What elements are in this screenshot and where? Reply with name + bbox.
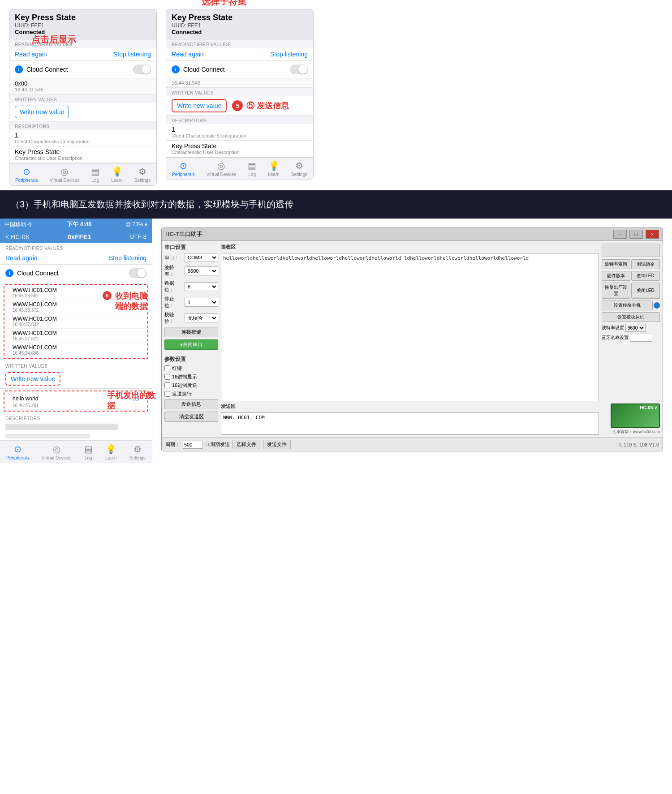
top-left-nav-log[interactable]: ▤ Log [91,166,99,183]
pc-send-label: 发送区 [221,403,599,410]
top-right-nav-peripherals-label: Peripherals [172,172,195,177]
pc-test-cmd-btn[interactable]: 测试指令 [631,259,660,269]
annotation-received-label: 6 收到电脑端的数据 [103,291,156,312]
pc-baud-select[interactable]: 9600 [185,266,218,275]
pc-bottom-bar: 周期： □ 周期发送 选择文件 发送文件 R: 110 S: 108 V1.0 [162,438,663,451]
top-left-nav-virtual[interactable]: ◎ Virtual Devices [50,166,80,183]
pc-close-btn[interactable]: × [646,230,659,239]
top-left-read-row: Read again Stop listening [9,48,156,61]
pc-blue-dot [654,302,660,309]
pc-firmware-btn[interactable]: 固件版本 [602,271,630,281]
pc-chk-newline[interactable] [164,391,170,397]
pc-chk-hex-send[interactable] [164,382,170,388]
pc-com-select[interactable]: COM3 [185,253,218,262]
pc-set-slave-btn[interactable]: 设置模块从机 [602,312,660,322]
top-right-stop-listening-btn[interactable]: Stop listening [270,51,308,58]
top-left-phone-header: Key Press State UUID: FFE1 Connected [9,9,156,39]
bottom-stop-listening-btn[interactable]: Stop listening [109,254,146,262]
top-right-nav-virtual[interactable]: ◎ Virtual Devices [207,160,237,177]
bottom-status-bar: 中国移动 令 下午 4:46 @ 73% ♦ [0,219,152,230]
pc-chk-hex-display[interactable] [164,374,170,380]
bottom-nav-settings[interactable]: ⚙ Settings [129,444,146,460]
pc-right-row-4: 设置模块主机 [602,300,660,310]
pc-send-info-btn[interactable]: 发送信息 [164,399,218,409]
annotation-send-info: 5 ⑤ 发送信息 [232,100,289,111]
pc-interval-input[interactable] [183,441,203,449]
pc-checkbox-2: 16进制显示 [164,373,218,380]
pc-send-file-btn[interactable]: 发送文件 [263,440,291,449]
pc-baud-set-select[interactable]: 9600 [625,324,646,332]
pc-close-port-btn[interactable]: ●关闭串口 [164,339,218,350]
pc-hc08-area: HC-08 ∨ 汇承官网：www.hc01.com [602,403,660,435]
top-right-value-row: 16:44:31.545 [166,78,313,88]
pc-parity-label: 校验位： [164,311,183,325]
top-left-stop-listening-btn[interactable]: Stop listening [113,51,151,58]
top-left-desc1: 1 Client Characteristic Configuration [9,130,156,146]
top-left-nav-settings[interactable]: ⚙ Settings [134,166,151,183]
pc-clear-send-btn[interactable]: 清空发送区 [164,412,218,422]
pc-connect-btn[interactable]: 连接按键 [164,327,218,337]
bottom-nav-learn[interactable]: 💡 Learn [105,444,117,460]
pc-parity-select[interactable]: 无校验 [185,313,218,322]
pc-minimize-btn[interactable]: — [613,230,627,239]
hc08-label: HC-08 ∨ [640,405,657,410]
recv-val-4: WWW.HC01.COM 16:45:37.622 [7,329,145,343]
top-left-title: Key Press State [15,13,151,22]
bottom-nav-back[interactable]: < HC-08 [5,233,29,240]
pc-select-file-btn[interactable]: 选择文件 [233,440,260,449]
bottom-left-phone: 中国移动 令 下午 4:46 @ 73% ♦ < HC-08 0xFFE1 UT… [0,219,152,463]
log-icon-right: ▤ [248,160,256,171]
pc-receive-area[interactable]: helloworldhelloworldhelloworldhelloworld… [221,253,599,401]
pc-checkbox-3: 16进制发送 [164,382,218,389]
pc-middle-panel: 接收区 helloworldhelloworldhelloworldhellow… [221,244,599,435]
bottom-bottom-nav: ⊙ Peripherals ◎ Virtual Devices ▤ Log 💡 … [0,441,152,463]
pc-right-row-2: 固件版本 查询LED [602,271,660,281]
pc-data-select[interactable]: 8 [185,282,218,291]
top-right-write-btn[interactable]: Write new value [172,99,227,112]
bottom-write-btn[interactable]: Write new value [5,372,60,386]
top-right-nav-learn[interactable]: 💡 Learn [268,160,280,177]
pc-query-led-btn[interactable]: 查询LED [631,271,660,281]
pc-params-title: 参数设置 [164,356,218,363]
top-right-nav-log-label: Log [248,172,256,177]
pc-factory-reset-btn[interactable]: 恢复出厂设置 [602,283,630,299]
pc-send-area[interactable]: WWW. HC01. COM [221,412,599,435]
pc-serial-panel: 串口设置 串口： COM3 波特率： 9600 数据位： [164,244,218,435]
top-left-time-value: 16:44:31.545 [15,87,151,92]
top-right-cloud-toggle[interactable] [290,64,308,74]
pc-baud-setting-row: 波特率设置 9600 [602,324,660,332]
pc-bt-name-input[interactable] [630,334,652,342]
top-right-nav-settings[interactable]: ⚙ Settings [291,160,307,177]
top-left-nav-learn[interactable]: 💡 Learn [111,166,123,183]
pc-close-led-btn[interactable]: 关闭LED [631,283,660,299]
pc-parity-row: 校验位： 无校验 [164,311,218,325]
top-right-nav-log[interactable]: ▤ Log [248,160,256,177]
top-left-uuid: UUID: FFE1 [15,22,151,29]
log-icon-bottom: ▤ [84,444,93,455]
pc-stop-select[interactable]: 1 [185,298,218,307]
bottom-read-again-btn[interactable]: Read again [5,254,38,262]
status-battery: @ 73% ♦ [125,221,147,227]
pc-right-top-bar [602,244,660,257]
bottom-cloud-toggle[interactable] [129,268,146,278]
top-right-phone: Key Press State UUID: FFE1 Connected REA… [166,9,314,180]
bottom-nav-log[interactable]: ▤ Log [84,444,93,460]
top-left-cloud-toggle[interactable] [133,64,151,74]
top-left-nav-log-label: Log [91,178,99,183]
pc-baud-query-btn[interactable]: 波特率查询 [602,259,630,269]
top-left-write-btn[interactable]: Write new value [15,106,69,118]
bottom-nav-right: UTF-8 [130,233,146,240]
bottom-read-label: READ/NOTIFIED VALUES [0,243,152,252]
top-right-read-again-btn[interactable]: Read again [172,51,204,58]
top-right-nav-peripherals[interactable]: ⊙ Peripherals [172,160,195,177]
top-left-nav-peripherals[interactable]: ⊙ Peripherals [15,166,38,183]
top-left-read-again-btn[interactable]: Read again [15,51,47,58]
pc-maximize-btn[interactable]: □ [629,230,643,239]
bottom-nav-virtual[interactable]: ◎ Virtual Devices [42,444,72,460]
bottom-nav-peripherals[interactable]: ⊙ Peripherals [6,444,29,460]
bottom-descriptors-label: DESCRIPTORS [0,413,152,422]
received-values-section: WWW.HC01.COM 16:45:38.582 WWW.HC01.COM 1… [0,282,152,361]
pc-set-master-btn[interactable]: 设置模块主机 [602,300,653,310]
learn-icon-right: 💡 [268,160,280,171]
pc-chk-red[interactable] [164,365,170,371]
